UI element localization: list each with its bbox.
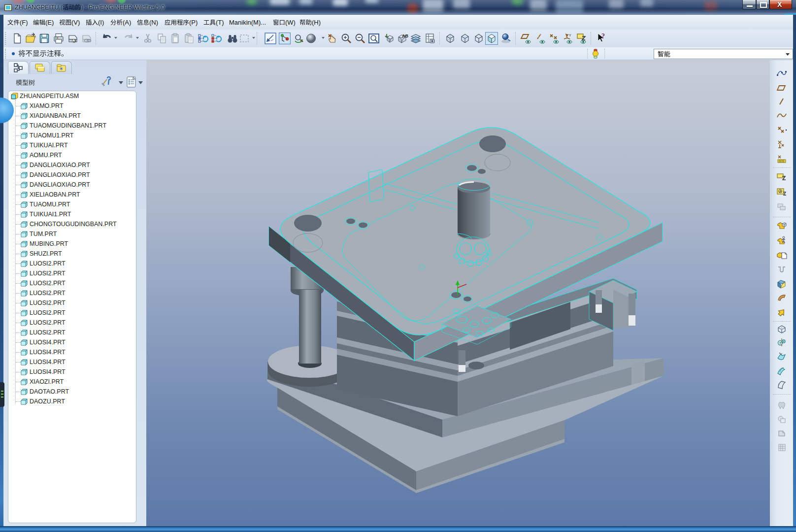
svg-text:✳: ✳ xyxy=(59,66,63,71)
svg-text:?: ? xyxy=(601,33,605,40)
svg-text:AB: AB xyxy=(402,33,408,38)
svg-text:Y: Y xyxy=(569,33,571,37)
svg-text:A: A xyxy=(779,189,782,194)
